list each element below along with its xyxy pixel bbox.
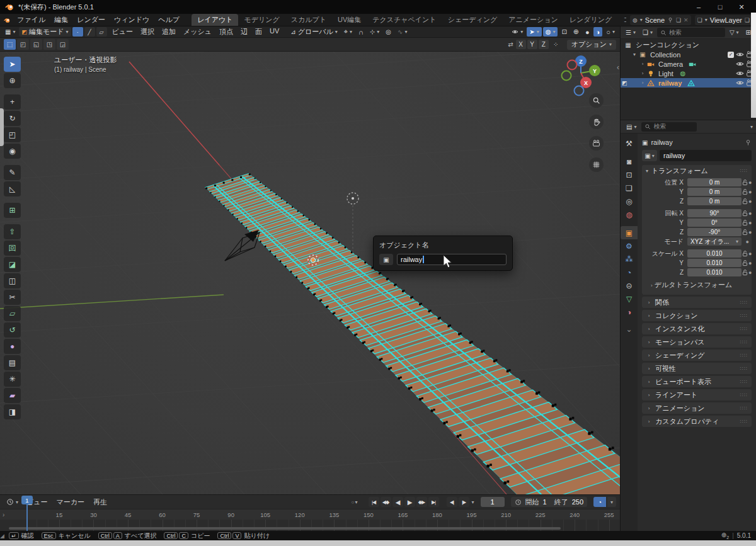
new-scene-icon[interactable]: ❏ bbox=[676, 17, 681, 23]
gizmo-neg-x-axis[interactable] bbox=[562, 71, 571, 81]
panel-header-6[interactable]: ›ビューポート表示∷∷ bbox=[642, 376, 752, 387]
options-dropdown[interactable]: オプション▾ bbox=[567, 40, 616, 50]
viewport-menu-6[interactable]: 面 bbox=[251, 27, 266, 37]
snap-magnet-button[interactable]: ∩ bbox=[356, 27, 366, 37]
tab-particles[interactable]: ⁂ bbox=[621, 253, 638, 266]
poly-build-tool[interactable]: ▱ bbox=[4, 306, 21, 321]
tab-material[interactable]: ◑ bbox=[621, 305, 638, 319]
new-viewlayer-icon[interactable]: ❏ bbox=[745, 17, 750, 23]
jump-to-end[interactable]: ▶| bbox=[428, 497, 439, 507]
menu-0[interactable]: ファイル bbox=[13, 14, 50, 25]
select-mode-set[interactable]: ⬚ bbox=[4, 39, 16, 50]
pin-icon[interactable] bbox=[667, 17, 673, 23]
outliner-row-シーンコレクション[interactable]: ▦シーンコレクション bbox=[621, 40, 756, 50]
keying-set-dropdown[interactable]: ▾ bbox=[607, 497, 616, 507]
properties-search-input[interactable]: 検索 bbox=[641, 122, 696, 132]
animate-dot[interactable]: ● bbox=[748, 229, 752, 236]
minimize-button[interactable]: – bbox=[689, 1, 708, 13]
tabs-overflow-chevron[interactable]: ⌄ bbox=[621, 322, 638, 336]
mirror-x-button[interactable]: X bbox=[516, 40, 526, 49]
animate-dot[interactable]: ● bbox=[748, 260, 752, 266]
tab-constraints[interactable]: ⊝ bbox=[621, 279, 638, 292]
annotate-tool[interactable]: ✎ bbox=[4, 165, 21, 180]
delta-transform-subpanel[interactable]: › デルタトランスフォーム bbox=[642, 277, 749, 291]
cursor-tool[interactable]: ⊕ bbox=[4, 73, 21, 88]
properties-options-dropdown[interactable]: ▾ bbox=[750, 124, 753, 130]
panel-header-9[interactable]: ›カスタムプロパティ∷∷ bbox=[642, 416, 752, 427]
lock-icon[interactable] bbox=[742, 188, 748, 195]
prev-keyframe[interactable]: ◀◆ bbox=[381, 497, 391, 507]
camera-object[interactable] bbox=[225, 230, 260, 261]
extrude-region-tool[interactable]: ⇧ bbox=[4, 224, 21, 239]
panel-header-7[interactable]: ›ラインアート∷∷ bbox=[642, 389, 752, 401]
bevel-tool[interactable]: ◪ bbox=[4, 257, 21, 272]
timeline-editor-type-button[interactable]: ▾ bbox=[4, 498, 21, 507]
current-frame-field[interactable]: 1 bbox=[481, 497, 505, 507]
rotate-tool[interactable]: ↻ bbox=[4, 111, 21, 126]
visibility-dropdown[interactable]: ▾ bbox=[509, 27, 525, 37]
panel-header-3[interactable]: ›モーションパス∷∷ bbox=[642, 336, 752, 348]
panel-grip[interactable]: ∷∷ bbox=[740, 353, 748, 358]
maximize-button[interactable]: □ bbox=[711, 1, 730, 13]
proportional-edit-button[interactable]: ◎ bbox=[383, 27, 394, 37]
vertex-select-button[interactable]: ∙ bbox=[72, 27, 83, 37]
mode-dropdown[interactable]: ◩編集モード▾ bbox=[19, 27, 71, 37]
mirror-y-button[interactable]: Y bbox=[527, 40, 537, 49]
select-mode-subtract[interactable]: ◱ bbox=[30, 39, 42, 50]
tab-output[interactable]: ⊡ bbox=[621, 168, 638, 181]
shrink-fatten-tool[interactable]: ✳ bbox=[4, 372, 21, 387]
timeline-menu-2[interactable]: 再生 bbox=[89, 497, 112, 508]
overlays-toggle[interactable]: ◍▾ bbox=[543, 27, 558, 37]
viewlayer-selector[interactable]: ❏▾ ViewLayer ❏ bbox=[695, 15, 752, 25]
scale-z-field[interactable]: 0.010 bbox=[687, 268, 742, 276]
shading-wireframe-button[interactable]: ⊕ bbox=[571, 27, 581, 37]
location-z-field[interactable]: 0 m bbox=[687, 197, 742, 205]
shading-material-button[interactable]: ◑ bbox=[593, 27, 603, 37]
viewport-menu-1[interactable]: 選択 bbox=[137, 27, 158, 37]
panel-grip[interactable]: ∷∷ bbox=[740, 300, 748, 305]
panel-grip[interactable]: ∷∷ bbox=[740, 406, 748, 411]
expander-icon[interactable]: › bbox=[639, 61, 646, 67]
viewport-menu-7[interactable]: UV bbox=[266, 27, 283, 37]
workspace-tab-7[interactable]: レンダリング bbox=[564, 14, 618, 26]
toolbar-drag-tab[interactable] bbox=[0, 108, 4, 146]
animate-dot[interactable]: ● bbox=[748, 251, 752, 257]
panel-grip[interactable]: ∷∷ bbox=[740, 392, 748, 398]
viewport-menu-0[interactable]: ビュー bbox=[108, 27, 137, 37]
spin-tool[interactable]: ↺ bbox=[4, 322, 21, 338]
tab-view-layer[interactable]: ❏ bbox=[621, 181, 638, 195]
close-button[interactable]: ✕ bbox=[732, 1, 751, 13]
scene-selector[interactable]: ◍▾ Scene ❏ ✕ bbox=[630, 15, 691, 25]
tweak-falloff-icon[interactable]: ⁘ bbox=[550, 39, 562, 50]
play-button[interactable]: ▶ bbox=[404, 497, 415, 507]
lock-icon[interactable] bbox=[742, 269, 748, 276]
properties-editor-type-button[interactable]: ▤▾ bbox=[624, 122, 639, 132]
outliner-display-mode-button[interactable]: ❏▾ bbox=[640, 28, 655, 37]
animate-dot[interactable]: ● bbox=[748, 198, 752, 205]
timeline-expand-arrow[interactable]: › bbox=[3, 511, 4, 518]
lock-icon[interactable] bbox=[742, 210, 748, 217]
panel-grip[interactable]: ∷∷ bbox=[740, 326, 748, 332]
animate-dot[interactable]: ● bbox=[748, 179, 752, 186]
outliner-editor-type-button[interactable]: ☰▾ bbox=[623, 28, 638, 37]
hide-eye-icon[interactable] bbox=[736, 50, 744, 59]
add-cube-tool[interactable]: ⊞ bbox=[4, 203, 21, 218]
mirror-z-button[interactable]: Z bbox=[539, 40, 549, 49]
shading-rendered-button[interactable]: ○▾ bbox=[604, 27, 617, 37]
location-x-field[interactable]: 0 m bbox=[687, 178, 742, 186]
tab-modifiers[interactable]: ⚙ bbox=[621, 239, 638, 253]
timeline-ruler[interactable]: 1530456075901051201351501651801952102252… bbox=[0, 509, 620, 520]
face-select-button[interactable]: ▱ bbox=[96, 27, 107, 37]
next-keyframe[interactable]: ◆▶ bbox=[416, 497, 427, 507]
lock-icon[interactable] bbox=[742, 229, 748, 236]
select-mode-invert[interactable]: ◳ bbox=[43, 39, 55, 50]
expander-icon[interactable]: ▾ bbox=[631, 52, 638, 57]
menu-1[interactable]: 編集 bbox=[50, 14, 72, 25]
hide-eye-icon[interactable] bbox=[736, 79, 744, 87]
tab-render[interactable]: ◙ bbox=[621, 155, 638, 168]
workspace-tab-8[interactable]: コンポジティング bbox=[617, 14, 626, 26]
transform-tool[interactable]: ◉ bbox=[4, 144, 21, 159]
unlink-scene-icon[interactable]: ✕ bbox=[684, 17, 689, 23]
workspace-tab-1[interactable]: モデリング bbox=[238, 14, 285, 26]
tab-object-data[interactable]: ▽ bbox=[621, 292, 638, 305]
